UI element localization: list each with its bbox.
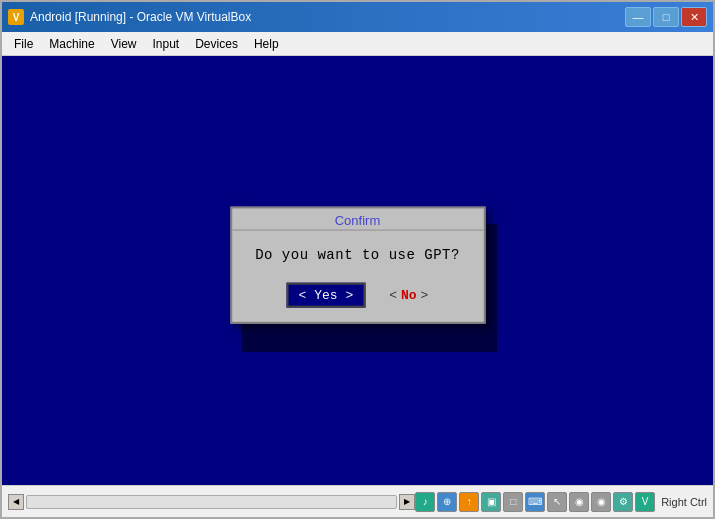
close-button[interactable]: ✕ [681,7,707,27]
window-controls: — □ ✕ [625,7,707,27]
confirm-dialog: Confirm Do you want to use GPT? < Yes > … [230,206,485,323]
no-option[interactable]: < No > [389,287,428,302]
storage1-icon[interactable]: ◉ [569,492,589,512]
menu-help[interactable]: Help [246,35,287,53]
menu-machine[interactable]: Machine [41,35,102,53]
vm-display: Confirm Do you want to use GPT? < Yes > … [2,56,713,485]
no-open-bracket: < [389,287,397,302]
network-icon[interactable]: ⊕ [437,492,457,512]
window-title: Android [Running] - Oracle VM VirtualBox [30,10,251,24]
dialog-body: Do you want to use GPT? < Yes > < No > [232,230,483,321]
display-icon[interactable]: □ [503,492,523,512]
title-bar: V Android [Running] - Oracle VM VirtualB… [2,2,713,32]
vbox-status-icon[interactable]: V [635,492,655,512]
dialog-buttons: < Yes > < No > [252,282,463,307]
menu-bar: File Machine View Input Devices Help [2,32,713,56]
status-bar: ◀ ▶ ♪ ⊕ ↑ ▣ □ ⌨ ↖ ◉ ◉ ⚙ V Right Ctrl [2,485,713,517]
minimize-button[interactable]: — [625,7,651,27]
dialog-title: Confirm [232,208,483,230]
cpu-icon[interactable]: ⚙ [613,492,633,512]
status-icons-area: ♪ ⊕ ↑ ▣ □ ⌨ ↖ ◉ ◉ ⚙ V Right Ctrl [415,492,707,512]
right-ctrl-label: Right Ctrl [661,496,707,508]
maximize-button[interactable]: □ [653,7,679,27]
app-icon: V [8,9,24,25]
shared-folder-icon[interactable]: ▣ [481,492,501,512]
scroll-right-button[interactable]: ▶ [399,494,415,510]
virtualbox-window: V Android [Running] - Oracle VM VirtualB… [0,0,715,519]
menu-file[interactable]: File [6,35,41,53]
mouse-icon[interactable]: ↖ [547,492,567,512]
usb-icon[interactable]: ↑ [459,492,479,512]
horizontal-scrollbar[interactable] [26,495,397,509]
storage2-icon[interactable]: ◉ [591,492,611,512]
yes-button[interactable]: < Yes > [287,282,366,307]
menu-devices[interactable]: Devices [187,35,246,53]
scroll-left-button[interactable]: ◀ [8,494,24,510]
menu-input[interactable]: Input [145,35,188,53]
audio-icon[interactable]: ♪ [415,492,435,512]
menu-view[interactable]: View [103,35,145,53]
no-close-bracket: > [421,287,429,302]
no-label[interactable]: No [401,287,417,302]
scrollbar-area: ◀ ▶ [8,486,415,517]
dialog-message: Do you want to use GPT? [252,246,463,262]
keyboard-icon[interactable]: ⌨ [525,492,545,512]
title-bar-left: V Android [Running] - Oracle VM VirtualB… [8,9,251,25]
